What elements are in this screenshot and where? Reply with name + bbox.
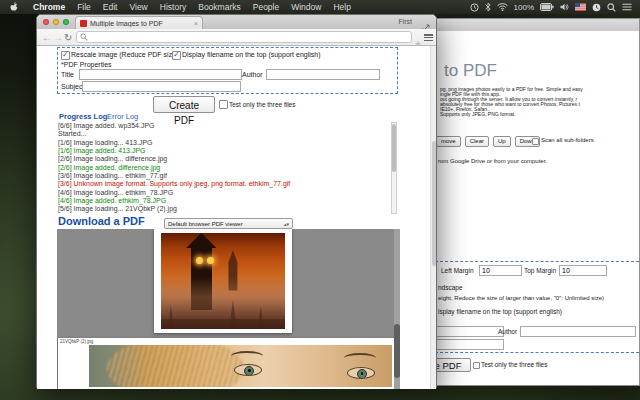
log-line: [3/6] Unknown image format. Supports onl… (58, 180, 391, 188)
background-file-buttons: moveClearUpDown (436, 136, 540, 147)
pdf-properties-section: Rescale image (Reduce PDF size) Display … (57, 47, 398, 94)
reload-button[interactable]: ↻ (64, 31, 72, 44)
author-label: Author (242, 71, 263, 78)
back-button[interactable]: ← (42, 31, 52, 44)
subject-input[interactable] (82, 81, 241, 92)
tab-close-icon[interactable]: × (194, 20, 198, 27)
download-pdf-heading[interactable]: Download a PDF (58, 215, 145, 227)
left-margin-label: Left Margin (441, 267, 474, 274)
log-scrollbar[interactable] (391, 122, 397, 214)
preview-scrollbar-thumb[interactable] (394, 324, 400, 378)
rescale-checkbox[interactable] (61, 51, 70, 60)
pdf-favicon (80, 20, 87, 27)
log-line: [2/6] Image added. difference.jpg (58, 164, 391, 172)
browser-navbar: ← → ↻ (37, 29, 436, 46)
subject-label: Subject (61, 83, 84, 90)
menu-items: ChromeFileEditViewHistoryBookmarksPeople… (27, 0, 357, 14)
display-filename-line: isplay filename on the top (support engl… (438, 308, 562, 315)
minimize-window-button[interactable] (53, 19, 59, 25)
notification-center-icon[interactable] (622, 3, 632, 11)
menubar-item[interactable]: Window (285, 2, 327, 12)
clock-icon[interactable] (592, 3, 601, 12)
pdf-viewer-select[interactable]: Default browser PDF viewer ▴▾ (164, 218, 293, 229)
paragraph-line: Supports only JPEG, PNG format. (440, 112, 583, 117)
menubar-item[interactable]: History (154, 2, 192, 12)
bluetooth-icon[interactable] (485, 2, 491, 12)
window-scrollbar[interactable] (430, 46, 436, 389)
menubar-status-area: 100% (470, 2, 640, 12)
landscape-line: ndscape (438, 284, 463, 291)
log-line: [4/6] Image added. ethkim_78.JPG (58, 197, 391, 205)
test-three-files-label: Test only the three files (229, 101, 295, 108)
address-bar[interactable] (76, 31, 412, 43)
preview-scrollbar[interactable] (394, 229, 400, 389)
left-margin-input[interactable] (479, 265, 522, 276)
menubar-item[interactable]: Edit (97, 2, 124, 12)
menubar-item[interactable]: View (123, 2, 153, 12)
page-content: Rescale image (Reduce PDF size) Display … (37, 46, 436, 389)
apple-menu-icon[interactable] (0, 2, 27, 12)
chrome-menu-icon[interactable] (424, 33, 433, 42)
scan-subfolders-label: Scan all sub-folders (541, 137, 594, 143)
zoom-window-button[interactable] (63, 19, 69, 25)
height-option-line: eight, Reduce the size of larger than va… (438, 295, 604, 301)
menu-bar: ChromeFileEditViewHistoryBookmarksPeople… (0, 0, 640, 14)
background-browser-window[interactable]: to PDF pg, png images photos easily to a… (434, 18, 640, 386)
window-titlebar[interactable]: Multiple Images to PDF × First (37, 15, 436, 30)
create-pdf-button[interactable]: Create PDF (153, 96, 215, 113)
log-line: Started... (58, 130, 391, 138)
error-log-tab[interactable]: Error Log (107, 112, 138, 121)
big-ben-image (161, 233, 285, 329)
log-line: [3/6] Image loading... ethkim_77.gif (58, 172, 391, 180)
bg-create-pdf-button[interactable]: e PDF (435, 358, 471, 372)
bg-title-input[interactable] (435, 326, 504, 337)
log-line: [2/6] Image loading... difference.jpg (58, 155, 391, 163)
log-line: [6/6] Image added. wp354.JPG (58, 122, 391, 130)
pdf-viewer-selected-option: Default browser PDF viewer (168, 221, 243, 227)
file-list-button[interactable]: Up (493, 136, 511, 147)
bg-author-input[interactable] (520, 326, 636, 337)
log-scrollbar-thumb[interactable] (392, 124, 396, 172)
menubar-item[interactable]: People (247, 2, 285, 12)
file-list-button[interactable]: Clear (465, 136, 489, 147)
bg-author-label: Author (498, 328, 517, 335)
scan-subfolders-checkbox[interactable] (532, 138, 539, 145)
bg-subject-input[interactable] (435, 339, 504, 350)
menubar-item[interactable]: Help (327, 2, 356, 12)
menubar-item[interactable]: Bookmarks (192, 2, 247, 12)
search-icon (80, 33, 88, 41)
battery-icon[interactable] (540, 3, 554, 11)
preview-page-1 (154, 229, 292, 333)
bg-test-checkbox[interactable] (473, 362, 480, 369)
pdf-preview-area[interactable]: 21VQbkP (2).jpg (57, 229, 400, 389)
progress-log-tab[interactable]: Progress Log (59, 112, 107, 121)
app-window: Multiple Images to PDF × First ← → ↻ Res… (36, 14, 437, 388)
page-2-filename-caption: 21VQbkP (2).jpg (60, 339, 93, 344)
author-input[interactable] (266, 69, 380, 80)
title-input[interactable] (79, 69, 242, 80)
status-clock-icon[interactable] (470, 3, 479, 12)
log-line: [4/6] Image loading... ethkim_78.JPG (58, 189, 391, 197)
window-scrollbar-thumb[interactable] (432, 141, 436, 266)
wifi-icon[interactable] (497, 3, 508, 11)
profile-name[interactable]: First (398, 18, 412, 25)
volume-icon[interactable] (560, 3, 569, 11)
battery-percentage[interactable]: 100% (514, 3, 534, 12)
forward-button[interactable]: → (53, 31, 63, 44)
menubar-item[interactable]: File (71, 2, 97, 12)
tab-multiple-images-to-pdf[interactable]: Multiple Images to PDF × (75, 16, 203, 29)
bg-test-label: Test only the three files (481, 361, 547, 368)
top-margin-label: Top Margin (524, 267, 556, 274)
display-filename-checkbox[interactable] (172, 51, 181, 60)
file-list-button[interactable]: move (436, 136, 461, 147)
preview-page-2: 21VQbkP (2).jpg (58, 338, 394, 389)
test-three-files-checkbox[interactable] (219, 100, 228, 109)
spotlight-icon[interactable] (607, 3, 616, 12)
menubar-item[interactable]: Chrome (27, 2, 71, 12)
woman-face-image (89, 345, 392, 387)
close-window-button[interactable] (43, 19, 49, 25)
top-margin-input[interactable] (559, 265, 607, 276)
background-page: to PDF pg, png images photos easily to a… (435, 31, 639, 385)
input-language-flag-icon[interactable] (575, 3, 586, 11)
progress-log: [6/6] Image added. wp354.JPGStarted...[1… (58, 122, 391, 214)
